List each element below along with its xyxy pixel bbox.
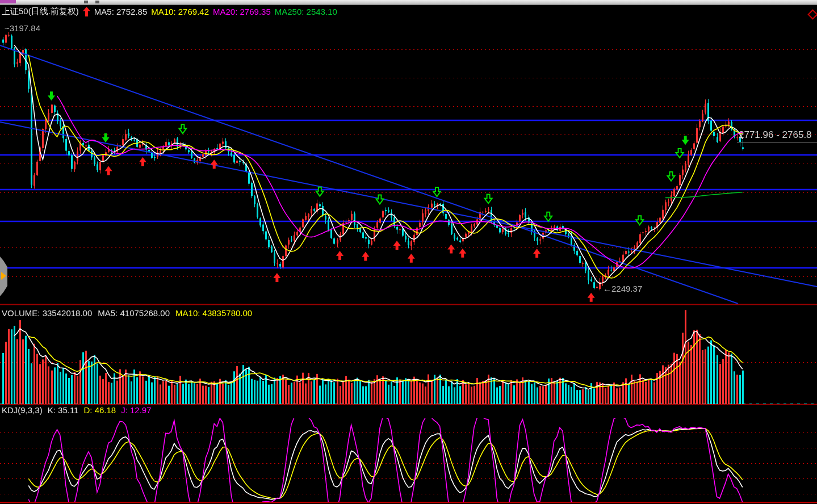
strip-tick-icon [84,1,88,3]
ma10-value-label: MA10: 2769.42 [151,7,209,16]
window-top-strip [0,0,817,5]
volume-value-label: VOLUME: 33542018.00 [2,308,92,318]
kdj-indicator-label: KDJ(9,3,3) [2,405,43,415]
volume-header: VOLUME: 33542018.00 MA5: 41075268.00 MA1… [2,308,252,318]
kdj-d-label: D: 46.18 [83,405,116,415]
kdj-j-label: J: 12.97 [121,405,151,415]
kline-header: 上证50(日线.前复权) MA5: 2752.85 MA10: 2769.42 … [2,6,337,17]
low-price-label: ←2249.37 [603,284,642,293]
kdj-header: KDJ(9,3,3) K: 35.11 D: 46.18 J: 12.97 [2,405,152,415]
kdj-k-label: K: 35.11 [48,405,79,415]
ma250-value-label: MA250: 2543.10 [275,7,337,16]
last-price-range-underline [737,142,817,142]
sidebar-expand-arrow-icon[interactable] [1,272,6,280]
symbol-period-label: 上证50(日线.前复权) [2,6,79,17]
volume-ma10-label: MA10: 43835780.00 [175,308,252,318]
peak-price-label: ~3197.84 [5,23,40,33]
strip-purple-indicator [0,0,16,3]
strip-tick-icon [95,1,99,3]
ma5-value-label: MA5: 2752.85 [94,7,147,16]
ma20-value-label: MA20: 2769.35 [213,7,271,16]
up-arrow-icon [83,7,90,16]
stock-chart-canvas[interactable] [0,0,817,504]
stock-app-window: 上证50(日线.前复权) MA5: 2752.85 MA10: 2769.42 … [0,0,817,504]
last-price-range-label: 2771.96 - 2765.8 [739,129,812,141]
volume-ma5-label: MA5: 41075268.00 [98,308,170,318]
